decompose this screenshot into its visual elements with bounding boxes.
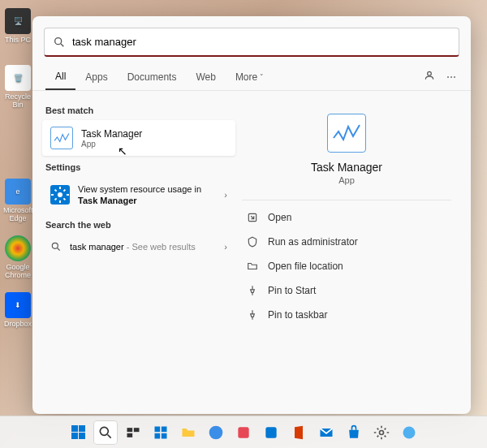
svg-rect-18 <box>265 427 276 437</box>
svg-rect-14 <box>155 433 161 438</box>
more-options-icon[interactable]: ⋯ <box>446 71 458 83</box>
chevron-down-icon: ˅ <box>260 73 264 81</box>
tab-all[interactable]: All <box>45 63 75 90</box>
action-open-location[interactable]: Open file location <box>242 254 451 278</box>
taskbar <box>0 416 487 448</box>
dropbox-icon: ⬇ <box>5 292 31 318</box>
taskbar-settings[interactable] <box>370 421 393 444</box>
account-icon[interactable] <box>424 70 435 84</box>
svg-line-8 <box>108 434 111 437</box>
section-search-web: Search the web <box>42 213 235 235</box>
svg-rect-11 <box>127 433 133 437</box>
start-search-panel: All Apps Documents Web More ˅ ⋯ Best mat… <box>32 16 471 414</box>
taskbar-edge[interactable] <box>205 421 227 444</box>
desktop-icon-edge[interactable]: e Microsoft Edge <box>3 179 32 222</box>
taskbar-app-1[interactable] <box>232 421 255 444</box>
svg-point-7 <box>100 427 108 435</box>
svg-point-2 <box>428 71 432 75</box>
svg-point-0 <box>55 37 62 44</box>
desktop-icon-this-pc[interactable]: 🖥️ This PC <box>3 8 32 44</box>
svg-rect-12 <box>155 426 161 432</box>
preview-title: Task Manager <box>242 161 451 174</box>
edge-icon: e <box>5 179 31 205</box>
result-settings-resource-usage[interactable]: View system resource usage in Task Manag… <box>42 177 235 213</box>
result-task-manager[interactable]: Task Manager App <box>42 120 235 156</box>
section-best-match: Best match <box>42 99 235 120</box>
desktop-icon-label: Dropbox <box>3 320 32 328</box>
taskbar-store[interactable] <box>343 421 365 444</box>
svg-rect-10 <box>134 428 140 432</box>
desktop-icon-label: Recycle Bin <box>3 93 32 109</box>
action-pin-start[interactable]: Pin to Start <box>242 278 451 303</box>
search-icon <box>50 241 62 252</box>
action-label: Pin to Start <box>268 285 316 296</box>
svg-point-21 <box>403 426 416 438</box>
open-icon <box>247 212 258 223</box>
svg-rect-17 <box>238 427 248 437</box>
search-icon <box>53 36 66 49</box>
folder-icon <box>247 261 258 272</box>
desktop-icon-chrome[interactable]: Google Chrome <box>3 235 32 279</box>
desktop-icon-label: This PC <box>3 36 32 44</box>
taskbar-start-button[interactable] <box>67 421 89 444</box>
svg-point-20 <box>380 430 384 434</box>
settings-result-text-1: View system resource usage in <box>78 184 201 194</box>
divider <box>242 200 451 200</box>
action-label: Open file location <box>268 261 343 272</box>
taskbar-office[interactable] <box>287 421 310 444</box>
desktop-icon-dropbox[interactable]: ⬇ Dropbox <box>3 292 32 328</box>
preview-subtitle: App <box>242 175 451 185</box>
desktop-icon-label: Microsoft Edge <box>3 206 32 222</box>
svg-point-3 <box>58 192 62 197</box>
search-input[interactable] <box>72 36 450 48</box>
search-bar[interactable] <box>44 28 459 57</box>
settings-result-text-2: Task Manager <box>78 196 137 205</box>
svg-line-1 <box>61 44 63 46</box>
action-label: Run as administrator <box>268 236 358 248</box>
web-result-query: task manager <box>70 242 124 252</box>
pc-icon: 🖥️ <box>5 8 31 34</box>
tab-apps[interactable]: Apps <box>75 63 117 90</box>
action-run-admin[interactable]: Run as administrator <box>242 230 451 254</box>
chevron-right-icon: › <box>224 190 227 200</box>
preview-pane: Task Manager App <box>242 114 451 185</box>
chrome-icon <box>5 235 31 261</box>
shield-icon <box>247 236 258 248</box>
taskbar-app-2[interactable] <box>260 421 282 444</box>
taskbar-search-button[interactable] <box>94 421 117 444</box>
action-label: Pin to taskbar <box>268 309 327 321</box>
taskbar-app-3[interactable] <box>398 421 420 444</box>
web-result-suffix: - See web results <box>124 242 196 252</box>
chevron-right-icon: › <box>224 242 227 252</box>
taskbar-task-view[interactable] <box>122 421 144 444</box>
svg-rect-15 <box>162 433 167 438</box>
filter-tabs: All Apps Documents Web More ˅ ⋯ <box>32 63 471 91</box>
svg-point-16 <box>209 425 223 439</box>
tab-more[interactable]: More ˅ <box>226 63 274 90</box>
task-manager-large-icon <box>327 114 366 153</box>
tab-web[interactable]: Web <box>186 63 225 90</box>
pin-icon <box>247 309 258 321</box>
svg-rect-9 <box>127 428 133 432</box>
svg-point-4 <box>52 243 58 248</box>
section-settings: Settings <box>42 156 235 177</box>
recycle-bin-icon: 🗑️ <box>5 65 31 91</box>
svg-rect-13 <box>162 426 167 432</box>
result-subtitle: App <box>81 140 142 149</box>
svg-line-5 <box>58 248 60 250</box>
tab-documents[interactable]: Documents <box>118 63 187 90</box>
taskbar-explorer[interactable] <box>177 421 200 444</box>
action-pin-taskbar[interactable]: Pin to taskbar <box>242 303 451 327</box>
task-manager-icon <box>50 127 73 149</box>
taskbar-mail[interactable] <box>315 421 338 444</box>
desktop-icon-label: Google Chrome <box>3 263 32 279</box>
result-web-search[interactable]: task manager - See web results › <box>42 235 235 259</box>
settings-app-icon <box>50 185 70 205</box>
taskbar-widgets[interactable] <box>149 421 172 444</box>
action-label: Open <box>268 212 291 223</box>
desktop-icon-recycle-bin[interactable]: 🗑️ Recycle Bin <box>3 65 32 109</box>
result-title: Task Manager <box>81 128 142 140</box>
action-open[interactable]: Open <box>242 205 451 230</box>
pin-icon <box>247 285 258 296</box>
